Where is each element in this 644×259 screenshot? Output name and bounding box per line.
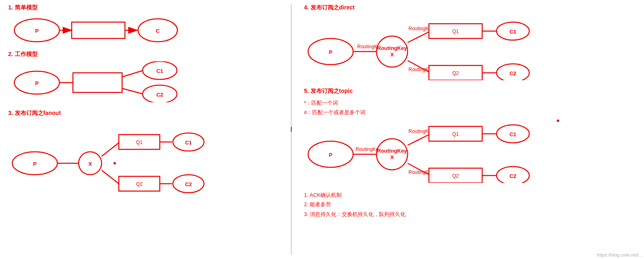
section-topic: 5. 发布订阅之topic *：匹配一个词 #：匹配一个或者是多个词 P Rou… bbox=[304, 88, 636, 183]
title-fanout: 3. 发布订阅之fanout bbox=[8, 110, 279, 117]
svg-text:P: P bbox=[329, 49, 333, 55]
svg-point-82 bbox=[557, 119, 559, 122]
svg-line-46 bbox=[408, 32, 429, 43]
svg-text:C2: C2 bbox=[156, 92, 163, 98]
svg-text:Q1: Q1 bbox=[136, 140, 143, 145]
section-simple: 1. 简单模型 P C bbox=[8, 4, 279, 43]
svg-text:C2: C2 bbox=[185, 181, 192, 187]
section-fanout: 3. 发布订阅之fanout P X bbox=[8, 110, 279, 202]
svg-text:C1: C1 bbox=[510, 131, 517, 137]
svg-text:RoutingKey: RoutingKey bbox=[377, 148, 408, 154]
svg-line-14 bbox=[122, 88, 143, 94]
svg-line-13 bbox=[122, 70, 143, 77]
divider: I bbox=[291, 4, 292, 255]
watermark: https://blog.csdn.net/... bbox=[597, 252, 642, 257]
note-3: 3. 消息持久化：交换机持久化，队列持久化 bbox=[304, 209, 636, 219]
svg-line-26 bbox=[102, 170, 119, 184]
cursor-icon: I bbox=[290, 126, 292, 133]
svg-text:Q2: Q2 bbox=[136, 181, 143, 187]
topic-note1: *：匹配一个词 #：匹配一个或者是多个词 bbox=[304, 98, 636, 117]
svg-text:Q1: Q1 bbox=[452, 131, 459, 137]
right-column: 4. 发布订阅之direct P RoutingKey RoutingKey X bbox=[296, 4, 636, 255]
svg-text:Q2: Q2 bbox=[452, 173, 459, 179]
svg-text:X: X bbox=[390, 52, 394, 58]
diagram-direct: P RoutingKey RoutingKey X RoutingKey Q1 … bbox=[304, 15, 591, 80]
svg-rect-3 bbox=[72, 22, 125, 38]
svg-text:C2: C2 bbox=[510, 70, 517, 77]
diagram-simple: P C bbox=[8, 15, 180, 43]
svg-rect-12 bbox=[73, 73, 122, 92]
page: 1. 简单模型 P C bbox=[0, 0, 644, 259]
svg-text:P: P bbox=[35, 80, 39, 86]
svg-text:C2: C2 bbox=[510, 173, 517, 179]
diagram-fanout: P X Q1 Q2 C1 bbox=[8, 120, 213, 202]
svg-text:X: X bbox=[88, 161, 92, 167]
svg-line-68 bbox=[408, 135, 429, 145]
svg-text:X: X bbox=[390, 154, 394, 160]
svg-text:C: C bbox=[156, 28, 160, 34]
title-simple: 1. 简单模型 bbox=[8, 4, 279, 11]
svg-line-25 bbox=[102, 143, 119, 156]
title-work: 2. 工作模型 bbox=[8, 51, 279, 58]
svg-text:P: P bbox=[35, 28, 39, 34]
svg-text:Q1: Q1 bbox=[452, 29, 459, 34]
svg-text:RoutingKey: RoutingKey bbox=[377, 45, 408, 51]
left-column: 1. 简单模型 P C bbox=[8, 4, 287, 255]
svg-text:P: P bbox=[33, 161, 37, 167]
svg-text:Q2: Q2 bbox=[452, 70, 459, 76]
note-2: 2. 能者多劳 bbox=[304, 200, 636, 209]
svg-text:C1: C1 bbox=[510, 29, 517, 35]
svg-text:C1: C1 bbox=[156, 68, 163, 74]
note-1: 1. ACK确认机制 bbox=[304, 190, 636, 200]
section-work: 2. 工作模型 P C1 bbox=[8, 51, 279, 102]
section-direct: 4. 发布订阅之direct P RoutingKey RoutingKey X bbox=[304, 4, 636, 80]
diagram-work: P C1 C2 bbox=[8, 61, 180, 102]
svg-text:P: P bbox=[329, 152, 333, 158]
diagram-topic: P RoutingKey RoutingKey X RoutingKey Q1 … bbox=[304, 117, 591, 183]
title-topic: 5. 发布订阅之topic bbox=[304, 88, 636, 95]
svg-text:C1: C1 bbox=[185, 140, 192, 146]
notes-list: 1. ACK确认机制 2. 能者多劳 3. 消息持久化：交换机持久化，队列持久化 bbox=[304, 190, 636, 219]
svg-point-37 bbox=[113, 162, 116, 164]
title-direct: 4. 发布订阅之direct bbox=[304, 4, 636, 11]
section-notes: 1. ACK确认机制 2. 能者多劳 3. 消息持久化：交换机持久化，队列持久化 bbox=[304, 190, 636, 219]
